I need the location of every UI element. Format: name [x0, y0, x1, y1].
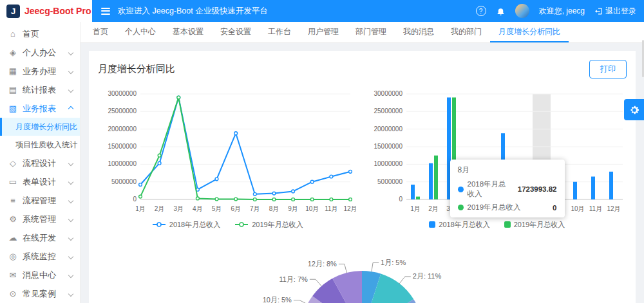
- svg-text:12月: 12月: [343, 205, 357, 212]
- svg-text:20000000: 20000000: [374, 125, 402, 133]
- page-title: 月度增长分析同比: [98, 63, 175, 75]
- bell-icon[interactable]: [496, 6, 506, 16]
- sidebar-item-3[interactable]: ▤统计报表: [0, 80, 80, 99]
- sidebar-item-11[interactable]: ✉消息中心: [0, 266, 80, 284]
- help-icon[interactable]: ?: [476, 6, 486, 16]
- bar-chart-icon: ▤: [8, 85, 18, 95]
- pie-chart[interactable]: 1月: 5%2月: 11%10月: 5%11月: 7%12月: 8%: [98, 230, 627, 303]
- logo-icon: J: [6, 5, 20, 18]
- pie-chart-canvas[interactable]: 1月: 5%2月: 11%10月: 5%11月: 7%12月: 8%: [98, 230, 627, 303]
- sidebar-item-9[interactable]: ☁在线开发: [0, 228, 80, 247]
- svg-text:5月: 5月: [212, 205, 222, 212]
- setting-icon: ⚙: [8, 214, 18, 224]
- bar-chart[interactable]: 0500000010000000150000002000000025000000…: [368, 87, 627, 230]
- series-dot-icon: [458, 187, 464, 192]
- user-welcome[interactable]: 欢迎您, jeecg: [539, 6, 585, 17]
- svg-text:6月: 6月: [231, 205, 241, 212]
- sidebar-item-7[interactable]: ≡流程管理: [0, 191, 80, 210]
- sidebar-subitem-0[interactable]: 月度增长分析同比: [0, 118, 80, 136]
- bell-glyph: [496, 6, 506, 16]
- chevron-down-icon: [68, 179, 73, 184]
- tab-6[interactable]: 部门管理: [347, 22, 395, 42]
- svg-text:3月: 3月: [174, 205, 184, 212]
- svg-text:10月: 10月: [305, 205, 319, 212]
- svg-text:12月: 8%: 12月: 8%: [308, 260, 337, 268]
- svg-text:7月: 7月: [250, 205, 260, 212]
- app-logo[interactable]: J Jeecg-Boot Pro: [0, 0, 92, 22]
- share-alt-icon: ◈: [8, 48, 18, 57]
- svg-text:25000000: 25000000: [374, 107, 402, 115]
- sidebar-item-8[interactable]: ⚙系统管理: [0, 210, 80, 228]
- svg-text:15000000: 15000000: [108, 143, 137, 150]
- series-dot-icon: [458, 205, 464, 210]
- sidebar-item-2[interactable]: ▦业务办理: [0, 62, 80, 80]
- tooltip-title: 8月: [458, 165, 557, 176]
- chevron-down-icon: [68, 50, 73, 55]
- tooltip-row: 2018年月总收入1723993.82: [458, 179, 557, 199]
- svg-text:11月: 7%: 11月: 7%: [279, 275, 308, 283]
- tab-1[interactable]: 个人中心: [117, 22, 164, 42]
- monitor-icon: ◎: [8, 252, 18, 261]
- svg-text:11月: 11月: [589, 205, 601, 212]
- legend-line-marker: [152, 221, 166, 228]
- sidebar-subitem-1[interactable]: 项目性质收入统计: [0, 136, 80, 154]
- sidebar-item-5[interactable]: ◇流程设计: [0, 154, 80, 172]
- chevron-down-icon: [68, 216, 73, 221]
- audit-icon: ≡: [8, 196, 18, 205]
- cluster-icon: ◇: [8, 158, 18, 168]
- print-button[interactable]: 打印: [589, 60, 627, 78]
- legend-line-item[interactable]: 2019年月总收入: [234, 220, 303, 230]
- svg-text:1月: 5%: 1月: 5%: [381, 259, 406, 266]
- main-content: 月度增长分析同比 打印 0500000010000000150000002000…: [80, 43, 644, 303]
- sidebar-item-12[interactable]: ⊙常见案例: [0, 284, 80, 303]
- legend-bar-item[interactable]: 2019年月总收入: [504, 220, 565, 230]
- header-actions: ? 欢迎您, jeecg 退出登录: [476, 4, 644, 18]
- line-chart-canvas[interactable]: 0500000010000000150000002000000025000000…: [98, 87, 357, 216]
- user-avatar[interactable]: [515, 4, 529, 18]
- svg-text:10月: 10月: [571, 205, 584, 212]
- welcome-text: 欢迎进入 Jeecg-Boot 企业级快速开发平台: [118, 6, 268, 17]
- svg-text:5000000: 5000000: [111, 178, 137, 185]
- sidebar-item-1[interactable]: ◈个人办公: [0, 43, 80, 62]
- apps-icon: ▦: [8, 66, 18, 76]
- sidebar-item-10[interactable]: ◎系统监控: [0, 247, 80, 266]
- legend-line-marker: [234, 221, 249, 228]
- tab-2[interactable]: 基本设置: [164, 22, 212, 42]
- tab-0[interactable]: 首页: [84, 22, 117, 42]
- svg-text:0: 0: [399, 196, 402, 203]
- form-icon: ▭: [8, 177, 18, 187]
- tab-5[interactable]: 用户管理: [299, 22, 347, 42]
- tab-9[interactable]: 月度增长分析同比: [490, 22, 569, 42]
- svg-text:10000000: 10000000: [374, 160, 402, 167]
- chevron-down-icon: [68, 68, 73, 73]
- gear-icon: [629, 104, 640, 116]
- header-bar: 欢迎进入 Jeecg-Boot 企业级快速开发平台 ? 欢迎您, jeecg 退…: [92, 0, 644, 22]
- svg-text:30000000: 30000000: [374, 90, 402, 97]
- logout-button[interactable]: 退出登录: [594, 6, 636, 17]
- legend-bar-item[interactable]: 2018年月总收入: [429, 220, 489, 230]
- settings-gear-button[interactable]: [624, 99, 644, 120]
- sidebar-item-0[interactable]: ⌂首页: [0, 24, 80, 43]
- chevron-down-icon: [68, 291, 73, 296]
- mail-icon: ✉: [8, 270, 18, 280]
- tabs-bar: 首页个人中心基本设置安全设置工作台用户管理部门管理我的消息我的部门月度增长分析同…: [80, 22, 644, 43]
- chart-tooltip: 8月 2018年月总收入1723993.822019年月总收入0: [450, 160, 565, 217]
- svg-text:1月: 1月: [410, 205, 421, 212]
- menu-fold-icon[interactable]: [101, 8, 110, 15]
- tooltip-rows: 2018年月总收入1723993.822019年月总收入0: [458, 179, 557, 212]
- tab-4[interactable]: 工作台: [260, 22, 299, 42]
- legend-line-item[interactable]: 2018年月总收入: [152, 220, 220, 230]
- tab-8[interactable]: 我的部门: [442, 22, 490, 42]
- chevron-down-icon: [68, 272, 73, 277]
- line-chart[interactable]: 0500000010000000150000002000000025000000…: [98, 87, 357, 230]
- logout-icon: [594, 7, 603, 15]
- chevron-down-icon: [68, 197, 73, 203]
- sidebar-item-4[interactable]: ▧业务报表: [0, 99, 80, 118]
- sidebar-item-6[interactable]: ▭表单设计: [0, 172, 80, 191]
- chevron-down-icon: [68, 253, 73, 259]
- tab-7[interactable]: 我的消息: [395, 22, 442, 42]
- svg-text:2月: 2月: [155, 205, 165, 212]
- tab-3[interactable]: 安全设置: [212, 22, 260, 42]
- chevron-up-icon: [68, 106, 73, 111]
- app-header: J Jeecg-Boot Pro 欢迎进入 Jeecg-Boot 企业级快速开发…: [0, 0, 644, 22]
